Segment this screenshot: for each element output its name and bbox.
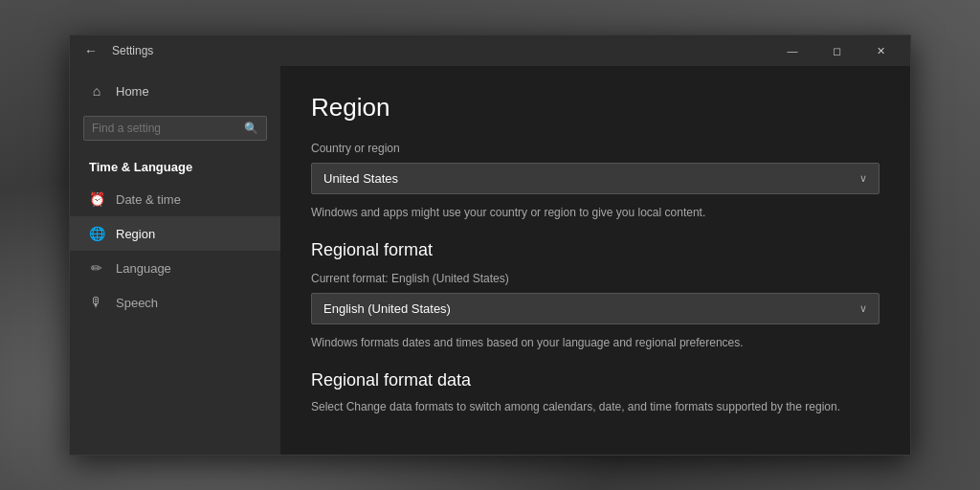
format-dropdown-value: English (United States) — [323, 301, 451, 316]
regional-format-data-desc: Select Change data formats to switch amo… — [311, 398, 880, 415]
minimize-button[interactable]: — — [770, 35, 814, 66]
close-button[interactable]: ✕ — [858, 35, 902, 66]
content-area: ⌂ Home 🔍 Time & Language ⏰ Date & time 🌐… — [70, 66, 910, 455]
format-dropdown-chevron: ∨ — [859, 302, 867, 315]
country-dropdown[interactable]: United States ∨ — [311, 163, 880, 194]
sidebar-item-language-label: Language — [116, 261, 171, 276]
sidebar-item-speech[interactable]: 🎙 Speech — [70, 285, 280, 320]
home-label: Home — [116, 84, 149, 99]
country-dropdown-value: United States — [323, 171, 398, 186]
regional-format-data-title: Regional format data — [311, 370, 880, 390]
current-format-label: Current format: English (United States) — [311, 272, 880, 285]
region-icon: 🌐 — [89, 226, 104, 241]
sidebar-section-label: Time & Language — [70, 148, 280, 182]
sidebar-item-date-time-label: Date & time — [116, 192, 181, 207]
country-helper-text: Windows and apps might use your country … — [311, 204, 880, 221]
speech-icon: 🎙 — [89, 295, 104, 310]
sidebar-item-date-time[interactable]: ⏰ Date & time — [70, 182, 280, 216]
search-icon: 🔍 — [244, 122, 258, 135]
main-content: Region Country or region United States ∨… — [280, 66, 910, 455]
search-input[interactable] — [92, 122, 238, 135]
window-controls: — ◻ ✕ — [770, 35, 902, 66]
search-box[interactable]: 🔍 — [83, 116, 267, 141]
language-icon: ✏ — [89, 260, 104, 276]
format-helper-text: Windows formats dates and times based on… — [311, 334, 880, 351]
sidebar-item-home[interactable]: ⌂ Home — [70, 74, 280, 108]
country-dropdown-chevron: ∨ — [859, 172, 867, 185]
sidebar: ⌂ Home 🔍 Time & Language ⏰ Date & time 🌐… — [70, 66, 280, 455]
maximize-button[interactable]: ◻ — [814, 35, 858, 66]
sidebar-item-region-label: Region — [116, 227, 155, 241]
country-section-label: Country or region — [311, 142, 880, 155]
sidebar-item-language[interactable]: ✏ Language — [70, 251, 280, 285]
sidebar-item-speech-label: Speech — [116, 296, 158, 310]
back-button[interactable]: ← — [78, 37, 104, 64]
regional-format-title: Regional format — [311, 240, 880, 260]
titlebar: ← Settings — ◻ ✕ — [70, 35, 910, 66]
home-icon: ⌂ — [89, 83, 104, 99]
sidebar-item-region[interactable]: 🌐 Region — [70, 216, 280, 251]
format-dropdown[interactable]: English (United States) ∨ — [311, 293, 880, 324]
titlebar-title: Settings — [112, 44, 770, 57]
page-title: Region — [311, 93, 880, 122]
clock-icon: ⏰ — [89, 191, 104, 207]
settings-window: ← Settings — ◻ ✕ ⌂ Home 🔍 Time & Languag… — [69, 34, 911, 456]
